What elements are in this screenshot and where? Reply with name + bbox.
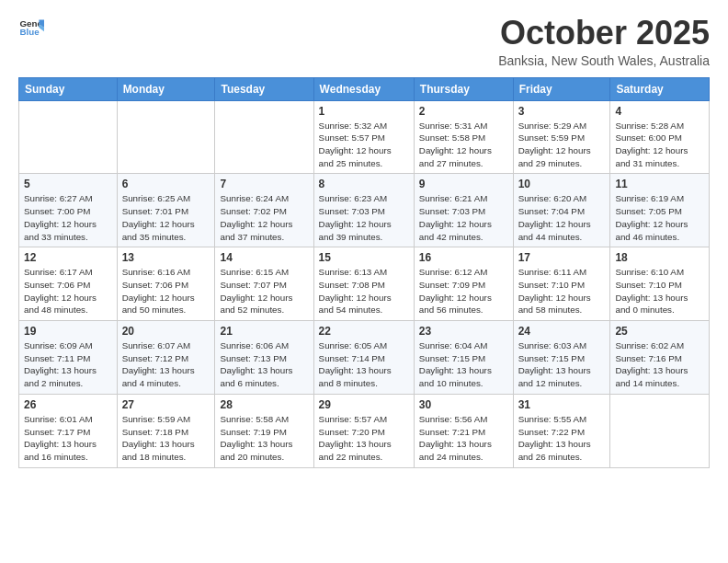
day-cell-w4d5: 23Sunrise: 6:04 AMSunset: 7:15 PMDayligh… [414,321,513,395]
day-info-8: Sunrise: 6:23 AMSunset: 7:03 PMDaylight:… [319,192,409,243]
day-info-20: Sunrise: 6:07 AMSunset: 7:12 PMDaylight:… [122,339,210,390]
day-info-18: Sunrise: 6:10 AMSunset: 7:10 PMDaylight:… [615,266,704,316]
day-cell-w3d1: 12Sunrise: 6:17 AMSunset: 7:06 PMDayligh… [19,247,118,321]
day-number-24: 24 [518,325,606,338]
day-info-13: Sunrise: 6:16 AMSunset: 7:06 PMDaylight:… [122,266,210,316]
day-number-8: 8 [319,178,409,190]
day-number-14: 14 [220,251,308,264]
day-number-3: 3 [518,105,606,118]
day-cell-w1d3 [215,100,313,174]
day-cell-w3d6: 17Sunrise: 6:11 AMSunset: 7:10 PMDayligh… [513,247,610,321]
day-cell-w5d3: 28Sunrise: 5:58 AMSunset: 7:19 PMDayligh… [215,394,313,467]
day-info-31: Sunrise: 5:55 AMSunset: 7:22 PMDaylight:… [518,413,606,464]
day-number-16: 16 [419,251,508,264]
day-info-15: Sunrise: 6:13 AMSunset: 7:08 PMDaylight:… [319,266,409,316]
day-cell-w1d7: 4Sunrise: 5:28 AMSunset: 6:00 PMDaylight… [610,100,710,174]
day-info-4: Sunrise: 5:28 AMSunset: 6:00 PMDaylight:… [615,120,704,170]
day-number-22: 22 [319,325,409,338]
day-info-16: Sunrise: 6:12 AMSunset: 7:09 PMDaylight:… [419,266,508,316]
day-cell-w2d4: 8Sunrise: 6:23 AMSunset: 7:03 PMDaylight… [313,174,414,247]
day-info-22: Sunrise: 6:05 AMSunset: 7:14 PMDaylight:… [319,339,409,390]
logo-icon: General Blue [18,15,44,40]
day-number-6: 6 [122,178,210,190]
col-saturday: Saturday [610,77,710,100]
week-row-2: 5Sunrise: 6:27 AMSunset: 7:00 PMDaylight… [19,174,710,247]
day-cell-w2d3: 7Sunrise: 6:24 AMSunset: 7:02 PMDaylight… [215,174,313,247]
day-info-2: Sunrise: 5:31 AMSunset: 5:58 PMDaylight:… [419,120,508,170]
day-cell-w4d3: 21Sunrise: 6:06 AMSunset: 7:13 PMDayligh… [215,321,313,395]
day-number-20: 20 [122,325,210,338]
day-info-17: Sunrise: 6:11 AMSunset: 7:10 PMDaylight:… [518,266,606,316]
day-info-10: Sunrise: 6:20 AMSunset: 7:04 PMDaylight:… [518,192,606,243]
col-monday: Monday [117,77,215,100]
day-cell-w1d6: 3Sunrise: 5:29 AMSunset: 5:59 PMDaylight… [513,100,610,174]
day-cell-w3d3: 14Sunrise: 6:15 AMSunset: 7:07 PMDayligh… [215,247,313,321]
calendar-table: Sunday Monday Tuesday Wednesday Thursday… [18,77,710,468]
day-number-17: 17 [518,251,606,264]
day-number-7: 7 [220,178,308,190]
day-number-26: 26 [24,398,112,411]
day-info-6: Sunrise: 6:25 AMSunset: 7:01 PMDaylight:… [122,192,210,243]
day-cell-w4d7: 25Sunrise: 6:02 AMSunset: 7:16 PMDayligh… [610,321,710,395]
day-info-7: Sunrise: 6:24 AMSunset: 7:02 PMDaylight:… [220,192,308,243]
day-cell-w2d2: 6Sunrise: 6:25 AMSunset: 7:01 PMDaylight… [117,174,215,247]
day-info-27: Sunrise: 5:59 AMSunset: 7:18 PMDaylight:… [122,413,210,464]
day-cell-w2d6: 10Sunrise: 6:20 AMSunset: 7:04 PMDayligh… [513,174,610,247]
day-number-2: 2 [419,105,508,118]
page: General Blue October 2025 Banksia, New S… [0,0,728,563]
day-info-23: Sunrise: 6:04 AMSunset: 7:15 PMDaylight:… [419,339,508,390]
day-cell-w2d1: 5Sunrise: 6:27 AMSunset: 7:00 PMDaylight… [19,174,118,247]
title-block: October 2025 Banksia, New South Wales, A… [498,15,710,68]
day-info-3: Sunrise: 5:29 AMSunset: 5:59 PMDaylight:… [518,120,606,170]
day-cell-w2d5: 9Sunrise: 6:21 AMSunset: 7:03 PMDaylight… [414,174,513,247]
week-row-4: 19Sunrise: 6:09 AMSunset: 7:11 PMDayligh… [19,321,710,395]
day-info-14: Sunrise: 6:15 AMSunset: 7:07 PMDaylight:… [220,266,308,316]
day-cell-w1d4: 1Sunrise: 5:32 AMSunset: 5:57 PMDaylight… [313,100,414,174]
day-number-4: 4 [615,105,704,118]
day-info-5: Sunrise: 6:27 AMSunset: 7:00 PMDaylight:… [24,192,112,243]
day-number-12: 12 [24,251,112,264]
day-number-9: 9 [419,178,508,190]
col-wednesday: Wednesday [313,77,414,100]
month-title: October 2025 [498,15,710,52]
day-info-30: Sunrise: 5:56 AMSunset: 7:21 PMDaylight:… [419,413,508,464]
day-number-31: 31 [518,398,606,411]
week-row-1: 1Sunrise: 5:32 AMSunset: 5:57 PMDaylight… [19,100,710,174]
day-cell-w4d6: 24Sunrise: 6:03 AMSunset: 7:15 PMDayligh… [513,321,610,395]
day-cell-w4d2: 20Sunrise: 6:07 AMSunset: 7:12 PMDayligh… [117,321,215,395]
day-info-28: Sunrise: 5:58 AMSunset: 7:19 PMDaylight:… [220,413,308,464]
day-info-9: Sunrise: 6:21 AMSunset: 7:03 PMDaylight:… [419,192,508,243]
col-sunday: Sunday [19,77,118,100]
col-thursday: Thursday [414,77,513,100]
day-number-28: 28 [220,398,308,411]
day-number-5: 5 [24,178,112,190]
day-number-21: 21 [220,325,308,338]
day-info-11: Sunrise: 6:19 AMSunset: 7:05 PMDaylight:… [615,192,704,243]
day-number-30: 30 [419,398,508,411]
day-number-18: 18 [615,251,704,264]
day-number-23: 23 [419,325,508,338]
day-cell-w5d2: 27Sunrise: 5:59 AMSunset: 7:18 PMDayligh… [117,394,215,467]
day-cell-w5d4: 29Sunrise: 5:57 AMSunset: 7:20 PMDayligh… [313,394,414,467]
day-number-1: 1 [319,105,409,118]
col-friday: Friday [513,77,610,100]
day-cell-w4d4: 22Sunrise: 6:05 AMSunset: 7:14 PMDayligh… [313,321,414,395]
day-cell-w5d6: 31Sunrise: 5:55 AMSunset: 7:22 PMDayligh… [513,394,610,467]
day-info-21: Sunrise: 6:06 AMSunset: 7:13 PMDaylight:… [220,339,308,390]
day-cell-w4d1: 19Sunrise: 6:09 AMSunset: 7:11 PMDayligh… [19,321,118,395]
day-cell-w5d1: 26Sunrise: 6:01 AMSunset: 7:17 PMDayligh… [19,394,118,467]
header: General Blue October 2025 Banksia, New S… [18,15,710,68]
svg-text:Blue: Blue [19,27,40,37]
day-number-29: 29 [319,398,409,411]
day-number-10: 10 [518,178,606,190]
day-number-27: 27 [122,398,210,411]
day-info-19: Sunrise: 6:09 AMSunset: 7:11 PMDaylight:… [24,339,112,390]
day-cell-w5d5: 30Sunrise: 5:56 AMSunset: 7:21 PMDayligh… [414,394,513,467]
day-number-15: 15 [319,251,409,264]
calendar-header-row: Sunday Monday Tuesday Wednesday Thursday… [19,77,710,100]
day-info-1: Sunrise: 5:32 AMSunset: 5:57 PMDaylight:… [319,120,409,170]
day-info-29: Sunrise: 5:57 AMSunset: 7:20 PMDaylight:… [319,413,409,464]
day-info-24: Sunrise: 6:03 AMSunset: 7:15 PMDaylight:… [518,339,606,390]
day-info-26: Sunrise: 6:01 AMSunset: 7:17 PMDaylight:… [24,413,112,464]
day-cell-w3d7: 18Sunrise: 6:10 AMSunset: 7:10 PMDayligh… [610,247,710,321]
